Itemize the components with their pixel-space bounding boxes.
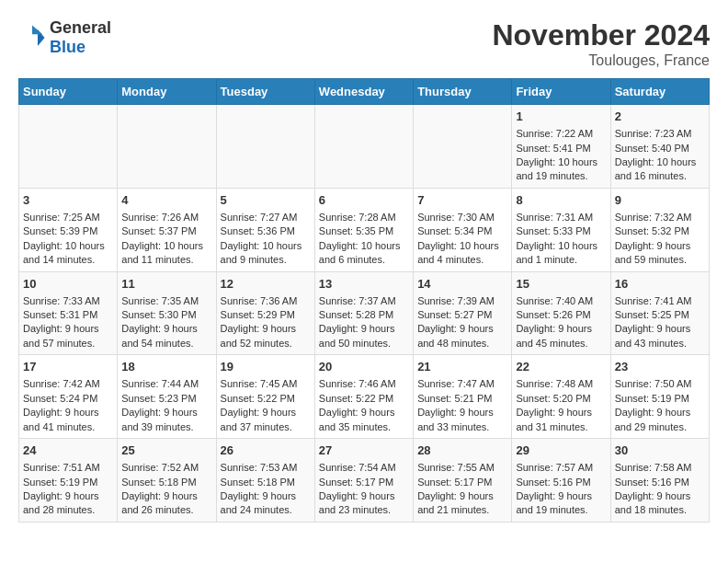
day-number-19: 19 — [221, 359, 311, 375]
day-number-12: 12 — [221, 276, 311, 293]
week-row-2: 3Sunrise: 7:25 AM Sunset: 5:39 PM Daylig… — [19, 188, 710, 271]
day-cell-3-5: 14Sunrise: 7:39 AM Sunset: 5:27 PM Dayli… — [414, 271, 512, 355]
day-cell-5-1: 24Sunrise: 7:51 AM Sunset: 5:19 PM Dayli… — [19, 439, 118, 523]
day-info-15: Sunrise: 7:40 AM Sunset: 5:26 PM Dayligh… — [516, 294, 606, 351]
day-cell-4-1: 17Sunrise: 7:42 AM Sunset: 5:24 PM Dayli… — [19, 355, 118, 439]
day-info-21: Sunrise: 7:47 AM Sunset: 5:21 PM Dayligh… — [417, 377, 507, 434]
day-info-12: Sunrise: 7:36 AM Sunset: 5:29 PM Dayligh… — [221, 294, 311, 351]
day-info-29: Sunrise: 7:57 AM Sunset: 5:16 PM Dayligh… — [516, 461, 606, 518]
header-thursday: Thursday — [414, 79, 512, 105]
day-cell-1-4 — [314, 105, 413, 189]
day-number-13: 13 — [319, 276, 409, 293]
day-cell-4-3: 19Sunrise: 7:45 AM Sunset: 5:22 PM Dayli… — [216, 355, 314, 439]
day-cell-1-2 — [118, 105, 216, 189]
day-cell-2-5: 7Sunrise: 7:30 AM Sunset: 5:34 PM Daylig… — [414, 188, 512, 271]
day-info-3: Sunrise: 7:25 AM Sunset: 5:39 PM Dayligh… — [23, 211, 113, 268]
day-number-29: 29 — [516, 442, 606, 459]
day-cell-4-2: 18Sunrise: 7:44 AM Sunset: 5:23 PM Dayli… — [118, 355, 216, 439]
header-friday: Friday — [512, 79, 610, 105]
day-number-5: 5 — [221, 192, 311, 209]
calendar-header: Sunday Monday Tuesday Wednesday Thursday… — [19, 79, 710, 105]
day-info-4: Sunrise: 7:26 AM Sunset: 5:37 PM Dayligh… — [121, 211, 211, 268]
day-info-25: Sunrise: 7:52 AM Sunset: 5:18 PM Dayligh… — [121, 461, 211, 518]
logo-blue-text: Blue — [50, 38, 111, 57]
day-cell-5-7: 30Sunrise: 7:58 AM Sunset: 5:16 PM Dayli… — [610, 439, 709, 523]
day-number-14: 14 — [417, 276, 507, 293]
month-title: November 2024 — [492, 18, 710, 52]
day-cell-3-3: 12Sunrise: 7:36 AM Sunset: 5:29 PM Dayli… — [216, 271, 314, 355]
day-number-22: 22 — [516, 359, 606, 375]
day-info-30: Sunrise: 7:58 AM Sunset: 5:16 PM Dayligh… — [615, 461, 705, 518]
day-number-21: 21 — [417, 359, 507, 375]
day-number-6: 6 — [319, 192, 409, 209]
day-cell-5-4: 27Sunrise: 7:54 AM Sunset: 5:17 PM Dayli… — [314, 439, 413, 523]
day-info-19: Sunrise: 7:45 AM Sunset: 5:22 PM Dayligh… — [221, 377, 311, 434]
day-info-1: Sunrise: 7:22 AM Sunset: 5:41 PM Dayligh… — [516, 127, 606, 184]
day-info-11: Sunrise: 7:35 AM Sunset: 5:30 PM Dayligh… — [121, 294, 211, 351]
calendar-body: 1Sunrise: 7:22 AM Sunset: 5:41 PM Daylig… — [19, 105, 710, 523]
day-info-6: Sunrise: 7:28 AM Sunset: 5:35 PM Dayligh… — [319, 211, 409, 268]
day-number-2: 2 — [615, 109, 705, 125]
day-number-20: 20 — [319, 359, 409, 375]
day-cell-1-6: 1Sunrise: 7:22 AM Sunset: 5:41 PM Daylig… — [512, 105, 610, 189]
week-row-1: 1Sunrise: 7:22 AM Sunset: 5:41 PM Daylig… — [19, 105, 710, 189]
day-info-7: Sunrise: 7:30 AM Sunset: 5:34 PM Dayligh… — [417, 211, 507, 268]
day-cell-4-5: 21Sunrise: 7:47 AM Sunset: 5:21 PM Dayli… — [414, 355, 512, 439]
week-row-5: 24Sunrise: 7:51 AM Sunset: 5:19 PM Dayli… — [19, 439, 710, 523]
header-row: Sunday Monday Tuesday Wednesday Thursday… — [19, 79, 710, 105]
week-row-3: 10Sunrise: 7:33 AM Sunset: 5:31 PM Dayli… — [19, 271, 710, 355]
day-info-13: Sunrise: 7:37 AM Sunset: 5:28 PM Dayligh… — [319, 294, 409, 351]
day-info-2: Sunrise: 7:23 AM Sunset: 5:40 PM Dayligh… — [615, 127, 705, 184]
day-number-4: 4 — [121, 192, 211, 209]
day-number-18: 18 — [121, 359, 211, 375]
header-tuesday: Tuesday — [216, 79, 314, 105]
logo: General Blue — [18, 18, 111, 57]
day-info-17: Sunrise: 7:42 AM Sunset: 5:24 PM Dayligh… — [23, 377, 113, 434]
day-cell-1-3 — [216, 105, 314, 189]
day-info-14: Sunrise: 7:39 AM Sunset: 5:27 PM Dayligh… — [417, 294, 507, 351]
location: Toulouges, France — [492, 52, 710, 69]
day-info-24: Sunrise: 7:51 AM Sunset: 5:19 PM Dayligh… — [23, 461, 113, 518]
day-info-18: Sunrise: 7:44 AM Sunset: 5:23 PM Dayligh… — [121, 377, 211, 434]
day-number-26: 26 — [221, 442, 311, 459]
day-number-23: 23 — [615, 359, 705, 375]
header-saturday: Saturday — [610, 79, 709, 105]
day-info-23: Sunrise: 7:50 AM Sunset: 5:19 PM Dayligh… — [615, 377, 705, 434]
day-cell-1-7: 2Sunrise: 7:23 AM Sunset: 5:40 PM Daylig… — [610, 105, 709, 189]
day-number-25: 25 — [121, 442, 211, 459]
page-header: General Blue November 2024 Toulouges, Fr… — [18, 18, 710, 69]
day-number-30: 30 — [615, 442, 705, 459]
day-number-8: 8 — [516, 192, 606, 209]
day-cell-2-7: 9Sunrise: 7:32 AM Sunset: 5:32 PM Daylig… — [610, 188, 709, 271]
day-cell-5-6: 29Sunrise: 7:57 AM Sunset: 5:16 PM Dayli… — [512, 439, 610, 523]
day-cell-5-3: 26Sunrise: 7:53 AM Sunset: 5:18 PM Dayli… — [216, 439, 314, 523]
header-wednesday: Wednesday — [314, 79, 413, 105]
day-cell-2-2: 4Sunrise: 7:26 AM Sunset: 5:37 PM Daylig… — [118, 188, 216, 271]
day-info-5: Sunrise: 7:27 AM Sunset: 5:36 PM Dayligh… — [221, 211, 311, 268]
header-sunday: Sunday — [19, 79, 118, 105]
day-number-10: 10 — [23, 276, 113, 293]
day-number-27: 27 — [319, 442, 409, 459]
day-cell-4-7: 23Sunrise: 7:50 AM Sunset: 5:19 PM Dayli… — [610, 355, 709, 439]
day-number-3: 3 — [23, 192, 113, 209]
day-number-24: 24 — [23, 442, 113, 459]
day-number-1: 1 — [516, 109, 606, 125]
day-number-16: 16 — [615, 276, 705, 293]
logo-icon — [18, 24, 46, 52]
day-cell-3-7: 16Sunrise: 7:41 AM Sunset: 5:25 PM Dayli… — [610, 271, 709, 355]
day-number-28: 28 — [417, 442, 507, 459]
day-cell-2-4: 6Sunrise: 7:28 AM Sunset: 5:35 PM Daylig… — [314, 188, 413, 271]
day-number-9: 9 — [615, 192, 705, 209]
day-info-9: Sunrise: 7:32 AM Sunset: 5:32 PM Dayligh… — [615, 211, 705, 268]
day-info-8: Sunrise: 7:31 AM Sunset: 5:33 PM Dayligh… — [516, 211, 606, 268]
calendar-table: Sunday Monday Tuesday Wednesday Thursday… — [18, 78, 710, 523]
header-monday: Monday — [118, 79, 216, 105]
day-number-15: 15 — [516, 276, 606, 293]
day-cell-5-5: 28Sunrise: 7:55 AM Sunset: 5:17 PM Dayli… — [414, 439, 512, 523]
title-block: November 2024 Toulouges, France — [492, 18, 710, 69]
logo-general-text: General — [50, 18, 111, 38]
day-cell-4-6: 22Sunrise: 7:48 AM Sunset: 5:20 PM Dayli… — [512, 355, 610, 439]
day-cell-2-3: 5Sunrise: 7:27 AM Sunset: 5:36 PM Daylig… — [216, 188, 314, 271]
day-info-10: Sunrise: 7:33 AM Sunset: 5:31 PM Dayligh… — [23, 294, 113, 351]
day-cell-1-1 — [19, 105, 118, 189]
